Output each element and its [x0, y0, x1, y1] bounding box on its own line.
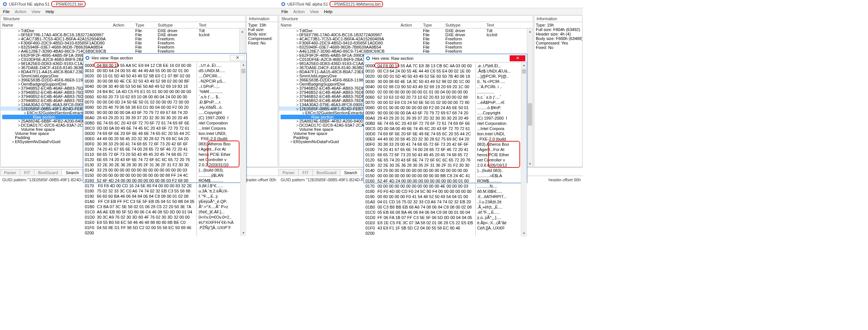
hex-icon — [85, 55, 90, 61]
titlebar[interactable]: UEFITool NE alpha 51 - P5WE0121-MAtheros… — [278, 0, 583, 8]
col-text[interactable]: Text — [486, 23, 531, 27]
scroll-down-icon[interactable]: ▼ — [521, 231, 527, 237]
menu-view[interactable]: View — [310, 9, 319, 14]
menubar: File Action View Help — [0, 8, 278, 15]
scroll-thumb[interactable] — [528, 103, 532, 126]
hex-highlight-ascii — [488, 141, 520, 168]
col-action[interactable]: Action — [401, 23, 423, 27]
tab-parser[interactable]: Parser — [0, 169, 20, 176]
tab-fit[interactable]: FIT — [298, 169, 313, 176]
svg-point-3 — [282, 3, 284, 5]
tree-row[interactable]: >F306F460-2DC9-4B5D-9410-83585F1ADD80Fil… — [279, 41, 533, 45]
scrollbar-v[interactable]: ▲ ▼ — [527, 28, 533, 167]
col-subtype[interactable]: Subtype — [158, 23, 199, 27]
hex-scrollbar[interactable]: ▲ ▼ — [521, 62, 527, 237]
title-prefix: UEFITool NE alpha 51 — [287, 2, 328, 6]
hex-scrollbar[interactable]: ▲ ▼ — [240, 62, 246, 236]
tree-row[interactable]: >8325948F-03E7-4688-96D8-7B8639AA8B54Fil… — [279, 45, 533, 49]
hex-icon — [365, 56, 371, 61]
scroll-up-icon[interactable]: ▲ — [527, 28, 533, 34]
hex-bytes[interactable]: 04 B8 00 19 55 AA 5C E8 84 12 CB EE 16 0… — [95, 63, 197, 235]
tree-row[interactable]: >0F5EF786-17A0-40C6-BC18-1B3272A00987Fil… — [279, 33, 533, 37]
tree-row[interactable]: >F306F460-2DC9-4B5D-9410-83585F1ADD80Fil… — [1, 41, 245, 45]
title-prefix: UEFITool NE alpha 51 — [9, 2, 50, 6]
scroll-down-icon[interactable]: ▼ — [527, 161, 533, 167]
menu-action[interactable]: Action — [15, 9, 27, 14]
close-icon[interactable]: ✕ — [510, 55, 525, 61]
title-file: - P5WE0121-MAtheros.bin — [330, 1, 383, 7]
menu-action[interactable]: Action — [293, 9, 305, 14]
svg-point-1 — [4, 3, 6, 5]
tree-row[interactable]: >TdtDxeFileDXE driverTdt — [1, 28, 245, 33]
tree-header: Name Action Type Subtype Text — [1, 22, 245, 28]
svg-point-7 — [367, 57, 369, 59]
tree-header: Name Action Type Subtype Text — [279, 22, 533, 28]
col-type[interactable]: Type — [423, 23, 445, 27]
hex-offsets: 0000 0010 0020 0030 0040 0050 0060 0070 … — [85, 63, 95, 235]
structure-header: Structure — [1, 16, 245, 22]
hex-highlight-ascii — [207, 141, 240, 167]
hex-title: Hex view: Raw section — [92, 56, 133, 60]
col-name[interactable]: Name — [2, 23, 113, 27]
scroll-up-icon[interactable]: ▲ — [521, 62, 527, 68]
col-subtype[interactable]: Subtype — [445, 23, 486, 27]
info-header: Information — [534, 16, 582, 22]
hex-window-left[interactable]: Hex view: Raw section ✕ 0000 0010 0020 0… — [83, 53, 247, 183]
hex-titlebar[interactable]: Hex view: Raw section ✕ — [83, 54, 246, 62]
scroll-down-icon[interactable]: ▼ — [241, 230, 246, 236]
hex-title: Hex view: Raw section — [372, 56, 414, 61]
info-header: Information — [247, 16, 278, 22]
app-icon — [281, 1, 286, 7]
title-file: - P5WE0121.bin — [51, 1, 86, 7]
scroll-thumb[interactable] — [241, 69, 245, 73]
titlebar[interactable]: UEFITool NE alpha 51 - P5WE0121.bin — [0, 0, 278, 8]
tab-parser[interactable]: Parser — [278, 169, 299, 176]
tree-row[interactable]: >0F5EF786-17A0-40C6-BC18-1B3272A00987Fil… — [1, 33, 245, 37]
status-right: header-offset 00h — [244, 178, 276, 182]
menu-help[interactable]: Help — [46, 9, 54, 14]
tree-row[interactable]: >A4E128E7-3D90-4BA0-86C9-714C6B9C69CBFil… — [1, 49, 245, 53]
menu-help[interactable]: Help — [324, 9, 333, 14]
hex-body[interactable]: 0000 0010 0020 0030 0040 0050 0060 0070 … — [83, 62, 246, 236]
scroll-thumb[interactable] — [522, 69, 526, 74]
hex-titlebar[interactable]: Hex view: Raw section ✕ — [364, 54, 527, 62]
tree-row[interactable]: >4CAC73B1-7C53-4DC1-B6FA-42A15260409AFil… — [279, 37, 533, 41]
tab-fit[interactable]: FIT — [20, 169, 34, 176]
scroll-up-icon[interactable]: ▲ — [240, 28, 245, 34]
col-action[interactable]: Action — [113, 23, 135, 27]
menubar: File Action View Help — [278, 8, 583, 15]
hex-highlight-bytes — [94, 62, 118, 68]
hex-body[interactable]: 0000 0010 0020 0030 0040 0050 0060 0070 … — [364, 62, 527, 237]
menu-view[interactable]: View — [31, 9, 40, 14]
svg-point-5 — [86, 57, 88, 59]
tab-bootguard[interactable]: BootGuard — [312, 169, 340, 176]
hex-highlight-bytes — [374, 63, 399, 68]
menu-file[interactable]: File — [3, 9, 10, 14]
hex-bytes[interactable]: 04 F8 00 19 55 AA 7C E8 38 13 CB 6C 4A 0… — [375, 63, 475, 236]
col-type[interactable]: Type — [135, 23, 158, 27]
tree-row[interactable]: >TdtDxeFileDXE driverTdt — [279, 28, 533, 33]
tree-row[interactable]: >A4E128E7-3D90-4BA0-86C9-714C6B9C69CBFil… — [279, 49, 533, 53]
tree-row[interactable]: >8325948F-03E7-4688-96D8-7B8639AA8B54Fil… — [1, 45, 245, 49]
status-right: header-offset 00h — [549, 178, 581, 182]
info-body: Type: 19h Full size: F804h (63492) Heade… — [534, 22, 582, 50]
info-panel: Information Type: 19h Full size: F804h (… — [534, 15, 583, 167]
tab-bootguard[interactable]: BootGuard — [34, 169, 62, 176]
hex-offsets: 0000 0010 0020 0030 0040 0050 0060 0070 … — [365, 63, 375, 236]
info-panel: Information Type: 19h Full size: Body si… — [246, 15, 278, 167]
app-icon — [2, 1, 7, 7]
tree-row[interactable]: >4CAC73B1-7C53-4DC1-B6FA-42A15260409AFil… — [1, 37, 245, 41]
tab-search[interactable]: Search — [340, 169, 361, 176]
hex-window-right[interactable]: Hex view: Raw section ✕ 0000 0010 0020 0… — [364, 54, 527, 183]
menu-file[interactable]: File — [281, 9, 288, 14]
close-icon[interactable]: ✕ — [230, 55, 245, 61]
tab-search[interactable]: Search — [62, 169, 83, 176]
col-name[interactable]: Name — [281, 23, 401, 27]
structure-header: Structure — [279, 16, 533, 22]
col-text[interactable]: Text — [199, 23, 244, 27]
info-body: Type: 19h Full size: Body size: Compress… — [247, 22, 278, 46]
scroll-up-icon[interactable]: ▲ — [241, 62, 246, 68]
